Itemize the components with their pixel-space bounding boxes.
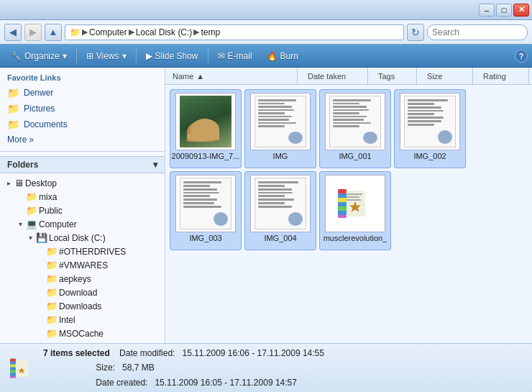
tree-item-desktop[interactable]: ▸ 🖥 Desktop	[0, 176, 165, 190]
aepkeys-label: aepkeys	[59, 274, 91, 284]
tree-item-intel[interactable]: 📁 Intel	[0, 313, 165, 327]
minimize-button[interactable]: –	[479, 4, 495, 17]
tree-item-vmwares[interactable]: 📁 #VMWARES	[0, 258, 165, 272]
tree-item-downloads[interactable]: 📁 Downloads	[0, 299, 165, 313]
col-date[interactable]: Date taken	[303, 68, 368, 84]
file-item-img003[interactable]: IMG_003	[170, 171, 242, 250]
file-item-img001[interactable]: IMG_001	[319, 89, 391, 168]
tree-item-download[interactable]: 📁 Download	[0, 286, 165, 299]
col-tags[interactable]: Tags	[374, 68, 417, 84]
close-button[interactable]: ✕	[513, 4, 529, 17]
tree-expand-public	[16, 206, 24, 215]
file-item-archive[interactable]: musclerevolution_	[319, 171, 391, 250]
svg-rect-3	[347, 193, 362, 195]
col-name[interactable]: Name ▲	[168, 68, 298, 84]
tree-item-otherdrives[interactable]: 📁 #OTHERDRIVES	[0, 245, 165, 258]
folders-header[interactable]: Folders ▾	[0, 156, 165, 173]
content-area: Name ▲ Date taken Tags Size Rating	[165, 68, 532, 343]
toolbar-sep-2	[136, 49, 137, 63]
svg-rect-12	[338, 215, 347, 218]
sidebar-divider	[0, 151, 165, 152]
desktop-icon: 🖥	[14, 178, 24, 188]
col-tags-label: Tags	[378, 72, 395, 81]
tree-expand-vmwares	[36, 261, 45, 270]
tree-expand-computer: ▾	[16, 220, 24, 229]
forward-button[interactable]: ▶	[24, 24, 42, 41]
file-item-photo[interactable]: 20090913-IMG_7...	[170, 89, 242, 168]
organize-button[interactable]: 🔧 Organize ▾	[4, 47, 73, 65]
created-label: Date created:	[96, 378, 147, 388]
email-button[interactable]: ✉ E-mail	[211, 47, 259, 65]
tree-expand-mixa	[16, 193, 24, 201]
sidebar-link-pictures[interactable]: 📁 Pictures	[0, 101, 165, 117]
public-label: Public	[39, 206, 63, 216]
file-item-img002[interactable]: IMG_002	[394, 89, 466, 168]
localdisk-icon: 💾	[36, 232, 47, 243]
aepkeys-icon: 📁	[46, 273, 58, 284]
sidebar-link-documents[interactable]: 📁 Documents	[0, 117, 165, 132]
back-button[interactable]: ◀	[4, 24, 22, 41]
maximize-button[interactable]: □	[496, 4, 512, 17]
computer-icon: 💻	[26, 219, 37, 229]
col-size[interactable]: Size	[423, 68, 473, 84]
views-button[interactable]: ⊞ Views ▾	[80, 47, 133, 65]
col-rating-label: Rating	[483, 72, 506, 81]
file-name: IMG_004	[264, 234, 296, 242]
toolbar: 🔧 Organize ▾ ⊞ Views ▾ ▶ Slide Show ✉ E-…	[0, 45, 532, 68]
svg-rect-20	[10, 367, 16, 370]
file-name: IMG	[273, 152, 288, 160]
status-bar: 7 items selected Date modified: 15.11.20…	[0, 343, 532, 392]
pictures-label: Pictures	[24, 104, 55, 114]
file-thumbnail	[250, 175, 311, 232]
sidebar-link-denwer[interactable]: 📁 Denwer	[0, 85, 165, 101]
tree-expand-aepkeys	[36, 275, 45, 283]
svg-rect-5	[347, 199, 361, 201]
burn-label: Burn	[280, 51, 298, 61]
up-button[interactable]: ▲	[45, 24, 62, 41]
status-icon	[7, 354, 36, 383]
file-name: IMG_002	[413, 152, 446, 160]
email-label: E-mail	[228, 51, 252, 61]
path-icon: 📁	[70, 27, 81, 37]
toolbar-sep-3	[208, 49, 208, 63]
address-bar: ◀ ▶ ▲ 📁 ▶ Computer ▶ Local Disk (C:) ▶ t…	[0, 20, 532, 45]
col-rating[interactable]: Rating	[479, 68, 529, 84]
slideshow-button[interactable]: ▶ Slide Show	[139, 47, 205, 65]
burn-icon: 🔥	[267, 51, 278, 61]
tree-expand-intel	[36, 316, 45, 324]
burn-button[interactable]: 🔥 Burn	[260, 47, 305, 65]
address-path[interactable]: 📁 ▶ Computer ▶ Local Disk (C:) ▶ temp	[65, 24, 404, 40]
file-thumbnail	[325, 175, 385, 232]
file-item-img004[interactable]: IMG_004	[244, 171, 316, 250]
organize-icon: 🔧	[11, 51, 22, 61]
path-folder: temp	[201, 27, 220, 37]
documents-label: Documents	[24, 119, 68, 129]
search-box[interactable]: 🔍	[427, 24, 528, 40]
tree-item-msocache[interactable]: 📁 MSOCache	[0, 327, 165, 340]
refresh-button[interactable]: ↻	[407, 24, 424, 41]
tree-item-mixa[interactable]: 📁 mixa	[0, 190, 165, 204]
help-button[interactable]: ?	[515, 50, 528, 63]
search-input[interactable]	[432, 27, 532, 37]
svg-rect-19	[10, 364, 16, 367]
svg-rect-10	[338, 206, 347, 211]
tree-expand-localdisk: ▾	[26, 234, 35, 242]
svg-rect-18	[10, 361, 16, 364]
tree-expand-download	[36, 288, 45, 297]
items-selected-label: 7 items selected	[43, 348, 110, 358]
svg-rect-11	[338, 211, 347, 215]
tree-item-localdisk[interactable]: ▾ 💾 Local Disk (C:)	[0, 231, 165, 245]
downloads-label: Downloads	[59, 301, 101, 311]
tree-item-aepkeys[interactable]: 📁 aepkeys	[0, 272, 165, 286]
folders-tree: ▸ 🖥 Desktop 📁 mixa 📁 Public ▾ 💻 Computer	[0, 173, 165, 343]
file-item-img[interactable]: IMG	[244, 89, 316, 168]
tree-expand-downloads	[36, 302, 45, 311]
tree-item-computer[interactable]: ▾ 💻 Computer	[0, 217, 165, 231]
file-grid[interactable]: 20090913-IMG_7...	[165, 85, 532, 343]
slideshow-icon: ▶	[146, 51, 152, 61]
vmwares-icon: 📁	[46, 260, 58, 270]
tree-item-public[interactable]: 📁 Public	[0, 204, 165, 217]
download-icon: 📁	[46, 287, 58, 298]
more-link[interactable]: More »	[0, 132, 165, 147]
views-label: Views	[96, 51, 119, 61]
